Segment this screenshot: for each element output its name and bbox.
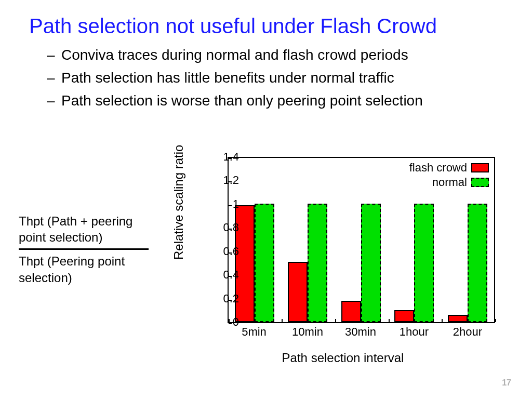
bar-flash <box>448 315 468 322</box>
ytick-label: 0.4 <box>208 268 239 282</box>
x-axis-label: Path selection interval <box>177 351 509 365</box>
ytick-label: 1.4 <box>208 150 239 164</box>
bar-normal <box>414 204 434 322</box>
xtick-label: 1hour <box>400 325 429 339</box>
ytick-label: 0 <box>208 315 239 329</box>
xtick-label: 5min <box>242 325 267 339</box>
legend-item: normal <box>409 176 489 189</box>
ratio-numerator: Thpt (Path + peering point selection) <box>19 213 149 245</box>
ytick-label: 1 <box>208 197 239 211</box>
bar-flash <box>341 301 361 322</box>
legend-label: normal <box>432 176 467 189</box>
xtick-mark <box>495 319 496 322</box>
bar-normal <box>255 204 274 322</box>
legend-swatch-flash <box>471 163 489 172</box>
bullet-item: Path selection has little benefits under… <box>47 68 501 88</box>
ytick-label: 0.6 <box>208 245 239 258</box>
y-axis-label: Relative scaling ratio <box>171 145 186 260</box>
legend-item: flash crowd <box>409 161 489 175</box>
page-number: 17 <box>502 378 511 388</box>
legend-swatch-normal <box>471 178 489 187</box>
ytick-label: 0.8 <box>208 221 239 234</box>
ratio-divider <box>19 248 149 250</box>
xtick-label: 2hour <box>453 325 482 339</box>
xtick-label: 30min <box>345 325 376 339</box>
xtick-label: 10min <box>292 325 323 339</box>
xtick-mark <box>282 319 283 322</box>
lower-region: Thpt (Path + peering point selection) Th… <box>0 156 532 379</box>
legend-label: flash crowd <box>409 161 467 175</box>
bar-flash <box>394 310 414 322</box>
ratio-denominator: Thpt (Peering point selection) <box>19 253 149 285</box>
bar-normal <box>361 204 381 322</box>
chart: Relative scaling ratio <box>177 156 509 374</box>
ytick-label: 1.2 <box>208 174 239 187</box>
legend: flash crowd normal <box>409 161 489 190</box>
xtick-mark <box>442 319 443 322</box>
plot-area: flash crowd normal <box>228 157 495 323</box>
slide-title: Path selection not useful under Flash Cr… <box>0 0 532 38</box>
ratio-definition: Thpt (Path + peering point selection) Th… <box>19 213 149 286</box>
bullet-list: Conviva traces during normal and flash c… <box>0 38 532 110</box>
ytick-label: 0.2 <box>208 292 239 305</box>
xtick-mark <box>389 319 390 322</box>
bar-normal <box>308 204 327 322</box>
bullet-item: Path selection is worse than only peerin… <box>47 91 501 111</box>
bar-flash <box>288 262 308 322</box>
bullet-item: Conviva traces during normal and flash c… <box>47 45 501 65</box>
xtick-mark <box>335 319 336 322</box>
bar-normal <box>468 204 487 322</box>
